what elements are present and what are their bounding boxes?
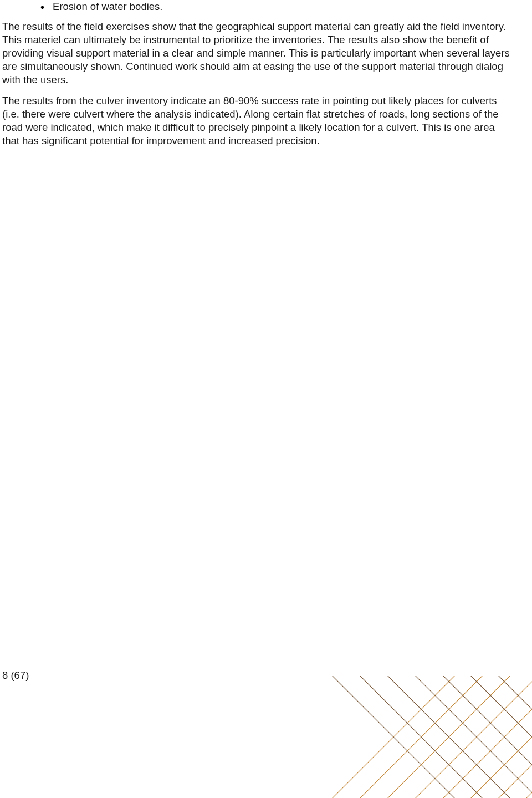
svg-line-8 [344, 676, 532, 798]
svg-line-4 [421, 676, 532, 798]
svg-line-3 [393, 676, 532, 798]
bullet-list: Erosion of water bodies. [0, 0, 515, 13]
svg-line-11 [427, 676, 532, 798]
grid-lines-b [288, 676, 532, 798]
bullet-item: Erosion of water bodies. [53, 0, 515, 13]
svg-line-14 [288, 676, 499, 798]
body-paragraph: The results of the field exercises show … [0, 20, 515, 87]
svg-line-5 [449, 676, 532, 798]
svg-line-9 [371, 676, 532, 798]
svg-line-1 [338, 676, 515, 798]
svg-line-6 [477, 676, 532, 798]
svg-line-0 [310, 676, 488, 798]
svg-line-12 [454, 676, 532, 798]
svg-line-2 [366, 676, 532, 798]
page-number: 8 (67) [2, 669, 29, 682]
svg-line-7 [504, 676, 532, 798]
svg-line-13 [316, 676, 526, 798]
grid-lines-a [310, 676, 532, 798]
page-content: Erosion of water bodies. The results of … [0, 0, 515, 155]
footer-decoration [277, 676, 532, 798]
document-page: Erosion of water bodies. The results of … [0, 0, 532, 798]
svg-line-10 [399, 676, 532, 798]
body-paragraph: The results from the culver inventory in… [0, 94, 515, 148]
bullet-text: Erosion of water bodies. [53, 1, 162, 12]
